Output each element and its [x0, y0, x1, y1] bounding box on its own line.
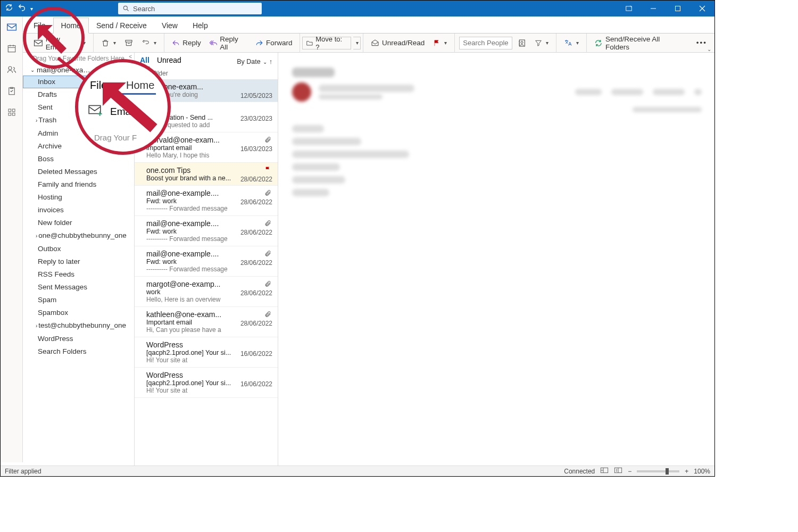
- new-email-button[interactable]: New Email ▾: [30, 34, 89, 53]
- minimize-button[interactable]: [641, 1, 666, 16]
- blurred-action: [611, 89, 643, 95]
- mail-nav-icon[interactable]: [1, 16, 22, 38]
- ribbon-collapse-icon[interactable]: ⌄: [707, 46, 711, 52]
- blurred-date: [633, 107, 702, 112]
- folder-spambox[interactable]: Spambox: [23, 306, 134, 319]
- search-people-input[interactable]: [459, 37, 512, 49]
- message-item[interactable]: thorvald@one-exam...important emailHello…: [135, 132, 278, 163]
- view-reading-icon[interactable]: [614, 467, 622, 476]
- folder-move-icon: [306, 39, 313, 47]
- tab-help[interactable]: Help: [185, 18, 215, 33]
- folder-deleted-messages[interactable]: Deleted Messages: [23, 165, 134, 178]
- message-item[interactable]: WordPress[qacph2.1prod.one] Your si...Hi…: [135, 337, 278, 368]
- view-normal-icon[interactable]: [600, 467, 609, 476]
- people-nav-icon[interactable]: [1, 59, 22, 80]
- moveto-chevron[interactable]: ▾: [353, 37, 361, 49]
- account-1[interactable]: ⌄mail@one-exa…: [23, 64, 134, 76]
- mini-nav: [1, 16, 23, 462]
- account-2[interactable]: ›one@chubbythebunny_one: [23, 229, 134, 243]
- flag-button[interactable]: ▾: [430, 38, 450, 48]
- tab-file[interactable]: File: [26, 18, 53, 33]
- filter-unread-tab[interactable]: Unread: [157, 56, 181, 68]
- paperclip-icon: [264, 219, 271, 229]
- archive-icon: [124, 39, 133, 47]
- message-date: 28/06/2022: [240, 198, 272, 206]
- folder-search-folders[interactable]: Search Folders: [23, 345, 134, 358]
- folder-spam[interactable]: Spam: [23, 294, 134, 306]
- message-preview: Hi! Your site at: [146, 387, 270, 394]
- folder-invoices[interactable]: invoices: [23, 204, 134, 217]
- forward-button[interactable]: Forward: [252, 37, 296, 48]
- folder-admin[interactable]: Admin: [23, 127, 134, 140]
- reply-button[interactable]: Reply: [169, 37, 204, 48]
- quick-access-dropdown-icon[interactable]: ▾: [30, 6, 33, 12]
- archive-button[interactable]: [121, 37, 136, 49]
- maximize-button[interactable]: [666, 1, 690, 16]
- message-item[interactable]: mail@one-example....Fwd: work---------- …: [135, 216, 278, 246]
- collapse-pane-icon[interactable]: <: [129, 54, 132, 60]
- folder-new-folder[interactable]: New folder: [23, 217, 134, 229]
- calendar-nav-icon[interactable]: [1, 38, 22, 59]
- search-box[interactable]: Search: [118, 3, 262, 14]
- translate-button[interactable]: ▾: [561, 37, 582, 49]
- message-item[interactable]: TeamConfirmation - Send ...have requeste…: [135, 102, 278, 132]
- folder-wordpress[interactable]: WordPress: [23, 332, 134, 345]
- tab-view[interactable]: View: [154, 18, 185, 33]
- move-button[interactable]: ▾: [138, 37, 160, 49]
- message-item[interactable]: kathleen@one-exam...Important emailHi, C…: [135, 307, 278, 337]
- reply-all-button[interactable]: Reply All: [206, 34, 250, 53]
- svg-rect-11: [9, 109, 11, 112]
- account-3[interactable]: ›test@chubbythebunny_one: [23, 319, 134, 332]
- folder-rss[interactable]: RSS Feeds: [23, 268, 134, 281]
- folder-sent[interactable]: Sent: [23, 101, 134, 114]
- message-preview: Hi! Your site at: [146, 356, 270, 364]
- sync-icon[interactable]: [5, 3, 13, 14]
- blurred-to: [319, 94, 383, 99]
- ribbon-display-icon[interactable]: [617, 1, 641, 16]
- send-receive-all-button[interactable]: Send/Receive All Folders: [591, 34, 688, 53]
- folder-boss[interactable]: Boss: [23, 153, 134, 165]
- tasks-nav-icon[interactable]: [1, 80, 22, 102]
- forward-label: Forward: [266, 39, 293, 47]
- filter-all-tab[interactable]: All: [140, 56, 149, 68]
- svg-rect-14: [12, 113, 15, 115]
- zoom-out-icon[interactable]: −: [628, 468, 631, 475]
- folder-archive[interactable]: Archive: [23, 140, 134, 153]
- message-scroll[interactable]: ald@one-exam...Hope you're doing12/05/20…: [135, 79, 278, 466]
- folder-inbox[interactable]: Inbox: [23, 76, 134, 88]
- address-book-button[interactable]: [514, 37, 529, 49]
- more-apps-nav-icon[interactable]: [1, 102, 22, 123]
- message-preview: Hello, Here is an overview: [146, 296, 270, 303]
- unread-read-button[interactable]: Unread/Read: [368, 37, 428, 49]
- sort-bydate[interactable]: By Date ⌄ ↑: [237, 58, 272, 65]
- svg-rect-4: [126, 40, 132, 41]
- folder-reply-later[interactable]: Reply to later: [23, 255, 134, 268]
- close-button[interactable]: [690, 1, 714, 16]
- delete-button[interactable]: ▾: [98, 37, 119, 49]
- folder-family[interactable]: Family and friends: [23, 178, 134, 191]
- undo-icon[interactable]: [18, 3, 26, 14]
- folder-hosting[interactable]: Hosting: [23, 191, 134, 204]
- folder-outbox[interactable]: Outbox: [23, 243, 134, 255]
- tab-sendreceive[interactable]: Send / Receive: [89, 18, 154, 33]
- message-item[interactable]: mail@one-example....Fwd: work---------- …: [135, 246, 278, 277]
- moveto-dropdown[interactable]: Move to: ?: [302, 37, 351, 49]
- message-from: mail@one-example....: [146, 189, 226, 197]
- filter-email-button[interactable]: ▾: [531, 38, 552, 48]
- message-item[interactable]: one.com TipsBoost your brand with a ne..…: [135, 163, 278, 186]
- folder-trash[interactable]: ›Trash: [23, 114, 134, 127]
- message-item[interactable]: ald@one-exam...Hope you're doing12/05/20…: [135, 79, 278, 102]
- tab-home[interactable]: Home: [53, 18, 89, 34]
- folder-drafts[interactable]: Drafts: [23, 88, 134, 101]
- status-bar: Filter applied Connected − + 100%: [1, 466, 714, 476]
- blurred-body: [292, 138, 361, 145]
- zoom-slider[interactable]: [637, 470, 679, 472]
- folder-sent-messages[interactable]: Sent Messages: [23, 281, 134, 294]
- svg-rect-3: [34, 40, 42, 45]
- message-item[interactable]: margot@one-examp...workHello, Here is an…: [135, 277, 278, 307]
- zoom-in-icon[interactable]: +: [685, 468, 688, 475]
- message-item[interactable]: mail@one-example....Fwd: work---------- …: [135, 186, 278, 216]
- message-item[interactable]: WordPress[qacph2.1prod.one] Your si...Hi…: [135, 368, 278, 398]
- sort-ascending-icon[interactable]: ↑: [269, 58, 272, 65]
- chevron-down-icon: ▾: [546, 40, 548, 46]
